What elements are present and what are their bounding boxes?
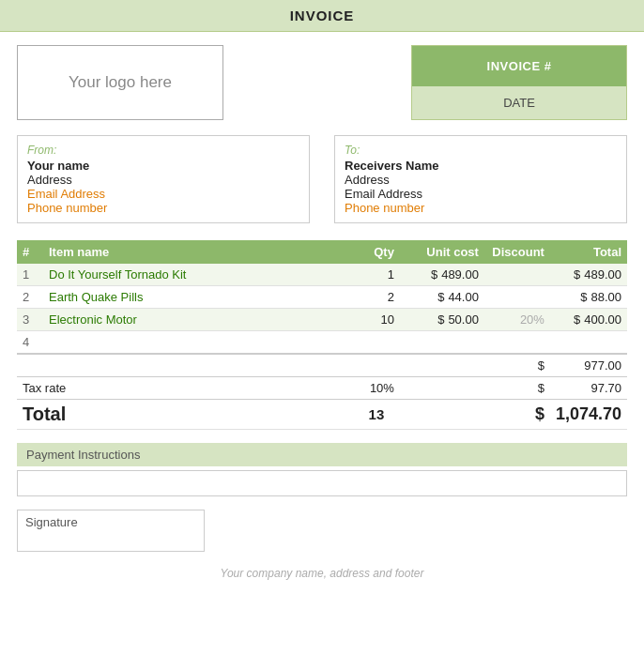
from-phone: Phone number (27, 201, 299, 215)
signature-box: Signature (17, 510, 205, 552)
row-total: $489.00 (550, 264, 627, 286)
row-discount (484, 286, 550, 309)
col-item: Item name (43, 240, 353, 264)
from-email: Email Address (27, 187, 299, 201)
table-row: 3 Electronic Motor 10 $50.00 20% $400.00 (17, 309, 627, 331)
signature-label: Signature (25, 515, 78, 529)
col-unit-cost: Unit cost (400, 240, 484, 264)
footer-text: Your company name, address and footer (221, 567, 424, 580)
row-discount: 20% (484, 309, 550, 331)
row-qty: 2 (353, 286, 400, 309)
signature-section: Signature (0, 502, 644, 557)
to-address: Address (345, 173, 617, 187)
row-total: $400.00 (550, 309, 627, 331)
invoice-title: INVOICE (0, 0, 644, 32)
from-address: Address (27, 173, 299, 187)
items-section: # Item name Qty Unit cost Discount Total… (0, 233, 644, 434)
payment-label: Payment Instructions (17, 443, 627, 466)
from-address-box: From: Your name Address Email Address Ph… (17, 135, 310, 223)
row-num: 1 (17, 264, 43, 286)
total-label: Total (23, 404, 66, 424)
col-qty: Qty (353, 240, 400, 264)
row-item: Electronic Motor (43, 309, 353, 331)
tax-row: Tax rate 10% $ 97.70 (17, 377, 627, 400)
col-discount: Discount (484, 240, 550, 264)
invoice-page: INVOICE Your logo here INVOICE # DATE Fr… (0, 0, 644, 655)
table-header-row: # Item name Qty Unit cost Discount Total (17, 240, 627, 264)
footer: Your company name, address and footer (0, 557, 644, 587)
subtotal-dollar: $ (484, 354, 550, 377)
row-unit-cost: $50.00 (400, 309, 484, 331)
total-amount: 1,074.70 (550, 400, 627, 430)
to-address-box: To: Receivers Name Address Email Address… (334, 135, 627, 223)
table-row: 2 Earth Quake Pills 2 $44.00 $88.00 (17, 286, 627, 309)
row-num: 3 (17, 309, 43, 331)
from-name: Your name (27, 159, 299, 173)
tax-amount: 97.70 (550, 377, 627, 400)
logo-text: Your logo here (69, 73, 172, 92)
to-phone: Phone number (345, 201, 617, 215)
row-qty (353, 331, 400, 355)
row-item: Do It Yourself Tornado Kit (43, 264, 353, 286)
subtotal-row: $ 977.00 (17, 354, 627, 377)
to-label: To: (345, 144, 617, 157)
row-num: 4 (17, 331, 43, 355)
address-section: From: Your name Address Email Address Ph… (0, 129, 644, 233)
tax-rate: 10% (353, 377, 400, 400)
payment-section: Payment Instructions (0, 434, 644, 502)
logo-box: Your logo here (17, 45, 223, 120)
subtotal-amount: 977.00 (550, 354, 627, 377)
row-unit-cost: $44.00 (400, 286, 484, 309)
row-item (43, 331, 353, 355)
tax-label: Tax rate (17, 377, 353, 400)
total-row: Total 13 $ 1,074.70 (17, 400, 627, 430)
table-row: 1 Do It Yourself Tornado Kit 1 $489.00 $… (17, 264, 627, 286)
tax-dollar: $ (484, 377, 550, 400)
row-total (550, 331, 627, 355)
row-unit-cost: $489.00 (400, 264, 484, 286)
row-qty: 1 (353, 264, 400, 286)
from-label: From: (27, 144, 299, 157)
payment-input[interactable] (17, 470, 627, 496)
invoice-number-box: INVOICE # DATE (411, 45, 627, 120)
row-qty: 10 (353, 309, 400, 331)
to-name: Receivers Name (345, 159, 617, 173)
invoice-date-header: DATE (412, 86, 626, 119)
row-unit-cost (400, 331, 484, 355)
col-num: # (17, 240, 43, 264)
items-table: # Item name Qty Unit cost Discount Total… (17, 240, 627, 430)
row-discount (484, 331, 550, 355)
invoice-number-header: INVOICE # (412, 46, 626, 86)
total-qty: 13 (353, 400, 400, 430)
top-section: Your logo here INVOICE # DATE (0, 32, 644, 129)
row-item: Earth Quake Pills (43, 286, 353, 309)
row-total: $88.00 (550, 286, 627, 309)
total-dollar-sign: $ (484, 400, 550, 430)
row-discount (484, 264, 550, 286)
to-email: Email Address (345, 187, 617, 201)
table-row: 4 (17, 331, 627, 355)
col-total: Total (550, 240, 627, 264)
row-num: 2 (17, 286, 43, 309)
